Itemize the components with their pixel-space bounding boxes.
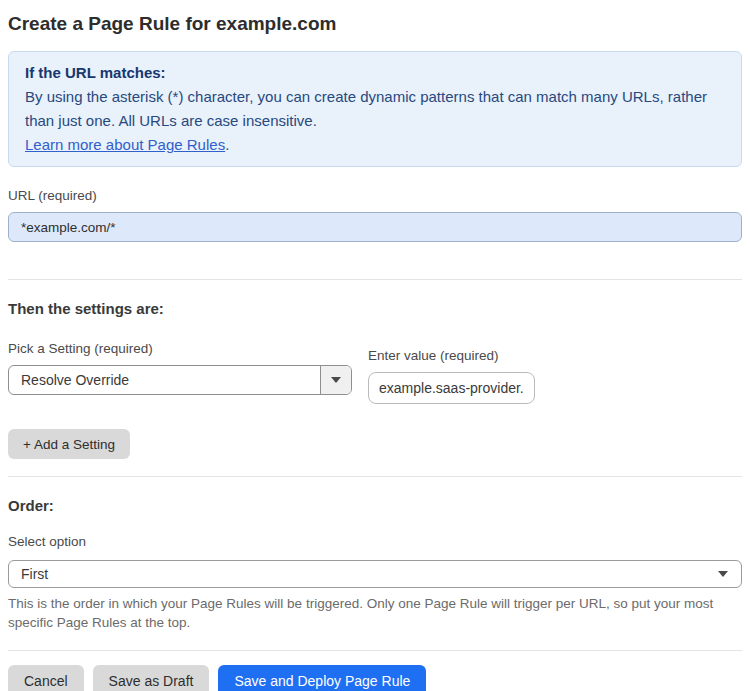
info-box-link-line: Learn more about Page Rules. [25, 133, 725, 157]
order-select[interactable]: First [8, 560, 742, 588]
setting-value-group: Enter value (required) [368, 348, 535, 404]
learn-more-link[interactable]: Learn more about Page Rules [25, 136, 225, 153]
order-select-value: First [9, 566, 718, 582]
add-setting-button[interactable]: + Add a Setting [8, 429, 130, 459]
save-draft-button[interactable]: Save as Draft [93, 665, 210, 691]
setting-select[interactable]: Resolve Override [8, 365, 352, 395]
setting-select-value: Resolve Override [9, 372, 320, 388]
order-section-heading: Order: [8, 497, 742, 515]
link-period: . [225, 136, 229, 153]
order-select-arrow [718, 571, 741, 577]
dropdown-arrow-icon [331, 377, 341, 383]
cancel-button[interactable]: Cancel [8, 665, 84, 691]
setting-select-group: Pick a Setting (required) Resolve Overri… [8, 341, 352, 404]
settings-row: Pick a Setting (required) Resolve Overri… [8, 341, 742, 404]
url-field-label: URL (required) [8, 188, 742, 204]
save-deploy-button[interactable]: Save and Deploy Page Rule [218, 665, 426, 691]
section-divider [8, 650, 742, 651]
create-page-rule-form: Create a Page Rule for example.com If th… [0, 0, 750, 691]
order-help-text: This is the order in which your Page Rul… [8, 594, 728, 632]
value-field-label: Enter value (required) [368, 348, 535, 364]
setting-select-label: Pick a Setting (required) [8, 341, 352, 357]
section-divider [8, 279, 742, 280]
setting-value-input[interactable] [368, 372, 535, 404]
url-input[interactable] [8, 212, 742, 242]
setting-select-arrow-button[interactable] [320, 366, 351, 394]
url-match-info-box: If the URL matches: By using the asteris… [8, 51, 742, 167]
section-divider [8, 476, 742, 477]
form-actions: Cancel Save as Draft Save and Deploy Pag… [8, 665, 742, 691]
info-box-body: By using the asterisk (*) character, you… [25, 85, 725, 133]
info-box-heading: If the URL matches: [25, 61, 725, 85]
page-title: Create a Page Rule for example.com [8, 12, 742, 36]
settings-section-heading: Then the settings are: [8, 300, 742, 318]
order-select-label: Select option [8, 534, 742, 550]
dropdown-arrow-icon [718, 571, 728, 577]
